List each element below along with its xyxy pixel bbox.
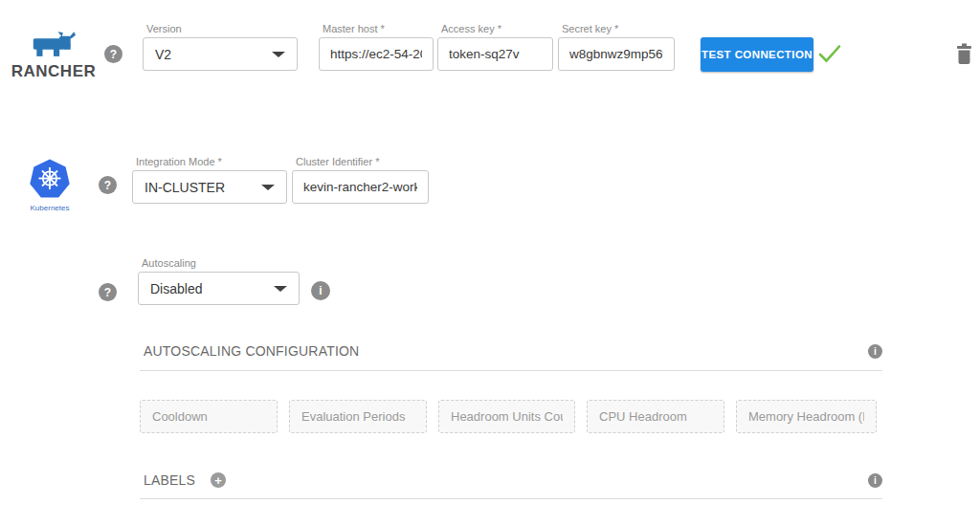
labels-title: LABELS bbox=[140, 472, 195, 488]
master-host-input[interactable] bbox=[319, 37, 434, 71]
labels-section: LABELS + i bbox=[140, 471, 882, 499]
autoscaling-configuration-fields bbox=[140, 400, 877, 433]
success-check-icon bbox=[818, 44, 841, 68]
help-glyph: ? bbox=[110, 48, 117, 61]
cooldown-input bbox=[140, 400, 278, 433]
version-value: V2 bbox=[155, 47, 171, 62]
version-label: Version bbox=[143, 23, 298, 37]
autoscaling-configuration-info-icon[interactable]: i bbox=[868, 344, 882, 359]
access-key-field: Access key * bbox=[437, 23, 553, 71]
cluster-identifier-input[interactable] bbox=[292, 170, 429, 204]
chevron-down-icon bbox=[274, 286, 287, 292]
rancher-logo-text: RANCHER bbox=[6, 62, 101, 81]
autoscaling-help-icon[interactable]: ? bbox=[99, 283, 117, 301]
cpu-headroom-input bbox=[587, 400, 724, 433]
add-label-button[interactable]: + bbox=[211, 472, 226, 488]
version-select[interactable]: V2 bbox=[143, 37, 298, 71]
headroom-units-count-input bbox=[438, 400, 575, 433]
section-divider bbox=[140, 498, 882, 499]
chevron-down-icon bbox=[261, 185, 275, 190]
integration-mode-label: Integration Mode * bbox=[132, 156, 287, 170]
kubernetes-logo-text: Kubernetes bbox=[25, 204, 75, 212]
chevron-down-icon bbox=[272, 52, 285, 57]
info-glyph: i bbox=[874, 346, 877, 357]
secret-key-field: Secret key * bbox=[558, 23, 675, 71]
autoscaling-select[interactable]: Disabled bbox=[138, 272, 300, 305]
info-glyph: i bbox=[874, 475, 877, 486]
rancher-bull-icon bbox=[32, 32, 76, 57]
memory-headroom-input bbox=[736, 400, 877, 433]
autoscaling-configuration-title: AUTOSCALING CONFIGURATION bbox=[140, 343, 359, 359]
autoscaling-field: Autoscaling Disabled bbox=[138, 257, 300, 305]
plus-glyph: + bbox=[214, 473, 222, 488]
rancher-logo: RANCHER bbox=[6, 32, 101, 81]
help-glyph: ? bbox=[104, 179, 111, 192]
kubernetes-helm-icon bbox=[29, 159, 71, 198]
integration-mode-select[interactable]: IN-CLUSTER bbox=[132, 170, 287, 204]
integration-mode-value: IN-CLUSTER bbox=[145, 180, 225, 195]
test-connection-button[interactable]: TEST CONNECTION bbox=[701, 37, 813, 72]
autoscaling-info-icon[interactable]: i bbox=[311, 281, 330, 300]
integration-mode-field: Integration Mode * IN-CLUSTER bbox=[132, 156, 287, 204]
labels-info-icon[interactable]: i bbox=[868, 473, 882, 488]
autoscaling-configuration-section: AUTOSCALING CONFIGURATION i bbox=[140, 341, 882, 371]
delete-trash-icon[interactable] bbox=[956, 43, 972, 69]
access-key-input[interactable] bbox=[437, 37, 553, 71]
info-glyph: i bbox=[319, 284, 322, 297]
cluster-identifier-field: Cluster Identifier * bbox=[292, 156, 429, 204]
section-divider bbox=[140, 370, 882, 371]
master-host-field: Master host * bbox=[319, 23, 434, 71]
secret-key-input[interactable] bbox=[558, 37, 675, 71]
autoscaling-label: Autoscaling bbox=[138, 257, 300, 272]
master-host-label: Master host * bbox=[319, 23, 434, 37]
kubernetes-help-icon[interactable]: ? bbox=[99, 176, 117, 194]
version-field: Version V2 bbox=[143, 23, 298, 71]
access-key-label: Access key * bbox=[437, 23, 553, 37]
evaluation-periods-input bbox=[289, 400, 427, 433]
autoscaling-value: Disabled bbox=[150, 281, 202, 296]
help-glyph: ? bbox=[104, 286, 111, 299]
cluster-identifier-label: Cluster Identifier * bbox=[292, 156, 429, 170]
secret-key-label: Secret key * bbox=[558, 23, 675, 37]
kubernetes-logo: Kubernetes bbox=[25, 159, 75, 212]
rancher-help-icon[interactable]: ? bbox=[104, 45, 122, 63]
